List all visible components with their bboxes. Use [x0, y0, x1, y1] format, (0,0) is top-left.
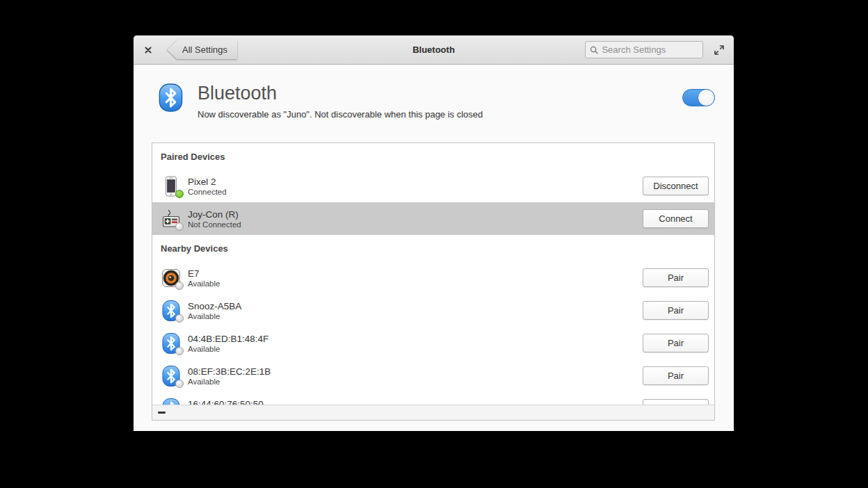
- toggle-knob: [698, 89, 715, 106]
- bluetooth-icon: [160, 300, 182, 322]
- status-dot: [175, 190, 184, 198]
- status-dot: [175, 222, 184, 231]
- settings-window: All Settings Bluetooth: [134, 35, 734, 431]
- bluetooth-icon: [160, 365, 182, 387]
- page-title: Bluetooth: [198, 83, 483, 104]
- bluetooth-icon: [160, 398, 182, 405]
- maximize-icon[interactable]: [709, 40, 730, 60]
- device-name: Pixel 2: [188, 177, 227, 187]
- bluetooth-toggle[interactable]: [682, 89, 715, 106]
- list-toolbar: [152, 405, 714, 420]
- pair-button[interactable]: Pair: [643, 301, 709, 320]
- device-status: Available: [188, 312, 241, 320]
- status-dot: [175, 282, 184, 290]
- search-icon: [590, 45, 598, 55]
- device-status: Not Connected: [188, 220, 241, 229]
- device-name: 08:EF:3B:EC:2E:1B: [188, 366, 271, 377]
- all-settings-back-button[interactable]: All Settings: [167, 40, 237, 59]
- device-name: Joy-Con (R): [188, 209, 241, 220]
- search-settings-field[interactable]: [585, 41, 703, 58]
- device-row[interactable]: Snooz-A5BA Available Pair: [152, 294, 714, 327]
- device-row[interactable]: E7 Available Pair: [152, 261, 714, 294]
- pair-button[interactable]: Pair: [643, 334, 709, 352]
- device-status: Available: [188, 279, 220, 288]
- device-row[interactable]: Joy-Con (R) Not Connected Connect: [152, 202, 714, 235]
- device-status: Available: [188, 377, 271, 386]
- smartphone-icon: [160, 175, 182, 197]
- device-list: Paired Devices Pixel 2 Connected Disconn…: [152, 143, 714, 405]
- status-dot: [175, 380, 184, 388]
- pair-button[interactable]: Pair: [643, 399, 709, 405]
- section-header: Nearby Devices: [152, 235, 714, 261]
- device-status: Connected: [188, 188, 227, 196]
- device-row[interactable]: Pixel 2 Connected Disconnect: [152, 170, 714, 202]
- status-dot: [175, 314, 184, 323]
- page-header: Bluetooth Now discoverable as "Juno". No…: [156, 83, 715, 120]
- device-name: E7: [188, 268, 220, 279]
- device-row[interactable]: 08:EF:3B:EC:2E:1B Available Pair: [152, 359, 714, 392]
- bluetooth-icon: [156, 83, 186, 113]
- minus-icon: [158, 412, 166, 414]
- device-name: 16:44:60:76:50:50: [188, 399, 264, 405]
- pair-button[interactable]: Pair: [643, 366, 709, 385]
- device-row[interactable]: 16:44:60:76:50:50 Available Pair: [152, 392, 714, 405]
- device-row[interactable]: 04:4B:ED:B1:48:4F Available Pair: [152, 327, 714, 359]
- status-dot: [175, 347, 184, 355]
- section-header: Paired Devices: [152, 143, 714, 170]
- device-list-frame: Paired Devices Pixel 2 Connected Disconn…: [152, 143, 715, 421]
- close-icon[interactable]: [138, 40, 159, 60]
- gamepad-icon: [160, 208, 182, 230]
- search-settings-input[interactable]: [602, 44, 698, 55]
- connect-button[interactable]: Connect: [643, 209, 709, 228]
- titlebar: All Settings Bluetooth: [134, 35, 734, 65]
- speaker-icon: [160, 267, 182, 289]
- device-name: Snooz-A5BA: [188, 301, 241, 311]
- remove-device-button[interactable]: [152, 405, 170, 421]
- page-subtitle: Now discoverable as "Juno". Not discover…: [198, 109, 483, 120]
- bluetooth-icon: [160, 332, 182, 355]
- device-status: Available: [188, 345, 268, 353]
- bluetooth-page: Bluetooth Now discoverable as "Juno". No…: [134, 65, 734, 431]
- device-name: 04:4B:ED:B1:48:4F: [188, 334, 268, 344]
- disconnect-button[interactable]: Disconnect: [643, 177, 709, 195]
- pair-button[interactable]: Pair: [643, 268, 709, 287]
- window-title: Bluetooth: [412, 44, 455, 55]
